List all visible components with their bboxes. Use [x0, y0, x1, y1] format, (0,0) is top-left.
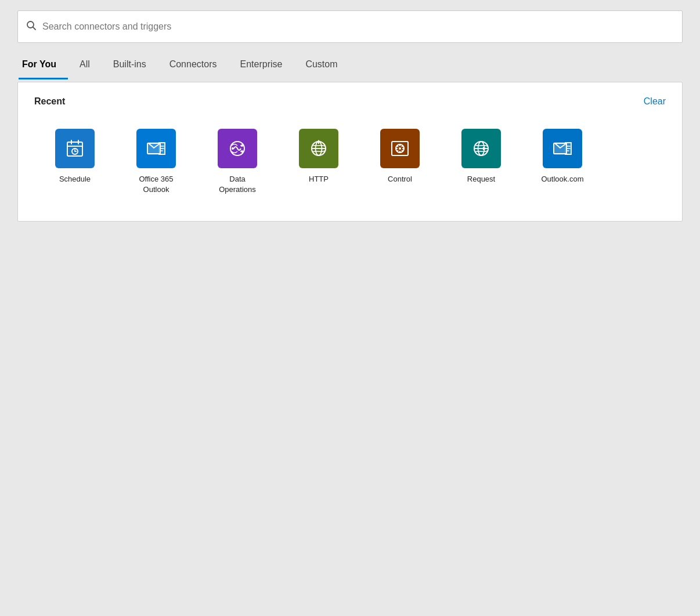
svg-line-30 — [402, 151, 403, 151]
svg-point-24 — [399, 147, 401, 150]
recent-label: Recent — [34, 96, 65, 107]
card-header: Recent Clear — [34, 96, 666, 107]
connector-item-schedule[interactable]: Schedule — [34, 123, 116, 200]
tab-custom[interactable]: Custom — [294, 53, 349, 79]
connector-name-http: HTTP — [309, 174, 329, 184]
connector-name-control: Control — [388, 174, 412, 184]
clear-button[interactable]: Clear — [644, 96, 666, 107]
svg-point-16 — [232, 147, 234, 150]
connector-item-control[interactable]: Control — [359, 123, 441, 200]
tab-built-ins[interactable]: Built-ins — [102, 53, 158, 79]
connector-name-request: Request — [467, 174, 495, 184]
tab-bar: For YouAllBuilt-insConnectorsEnterpriseC… — [17, 53, 683, 79]
connector-icon-schedule — [55, 129, 95, 168]
svg-marker-21 — [317, 140, 320, 142]
connector-icon-request — [461, 129, 501, 168]
tab-connectors[interactable]: Connectors — [158, 53, 229, 79]
connector-item-outlookcom[interactable]: Outlook.com — [522, 123, 603, 200]
connector-icon-control — [380, 129, 420, 168]
tab-enterprise[interactable]: Enterprise — [228, 53, 294, 79]
search-icon — [26, 20, 37, 34]
search-bar — [17, 10, 683, 43]
connector-name-data-operations: Data Operations — [219, 174, 256, 194]
tab-all[interactable]: All — [68, 53, 102, 79]
recent-panel: Recent Clear Schedule Office 365 Outlook… — [17, 82, 683, 222]
svg-point-13 — [241, 150, 243, 153]
connector-item-http[interactable]: HTTP — [278, 123, 359, 200]
connector-icon-outlookcom — [543, 129, 582, 168]
connector-item-data-operations[interactable]: Data Operations — [197, 123, 278, 200]
connector-item-office365-outlook[interactable]: Office 365 Outlook — [116, 123, 197, 200]
connector-name-outlookcom: Outlook.com — [542, 174, 584, 184]
connector-item-request[interactable]: Request — [441, 123, 522, 200]
connector-icon-office365-outlook — [136, 129, 176, 168]
connector-icon-data-operations — [218, 129, 257, 168]
search-input[interactable] — [42, 21, 674, 32]
tab-for-you[interactable]: For You — [19, 53, 68, 79]
connector-grid: Schedule Office 365 Outlook Data Operati… — [34, 123, 666, 200]
svg-line-31 — [397, 151, 398, 151]
connector-name-schedule: Schedule — [59, 174, 91, 184]
svg-line-32 — [402, 146, 403, 146]
svg-point-12 — [241, 144, 243, 147]
connector-icon-http — [299, 129, 338, 168]
svg-line-29 — [397, 146, 398, 146]
svg-line-1 — [33, 27, 35, 29]
connector-name-office365-outlook: Office 365 Outlook — [139, 174, 173, 194]
